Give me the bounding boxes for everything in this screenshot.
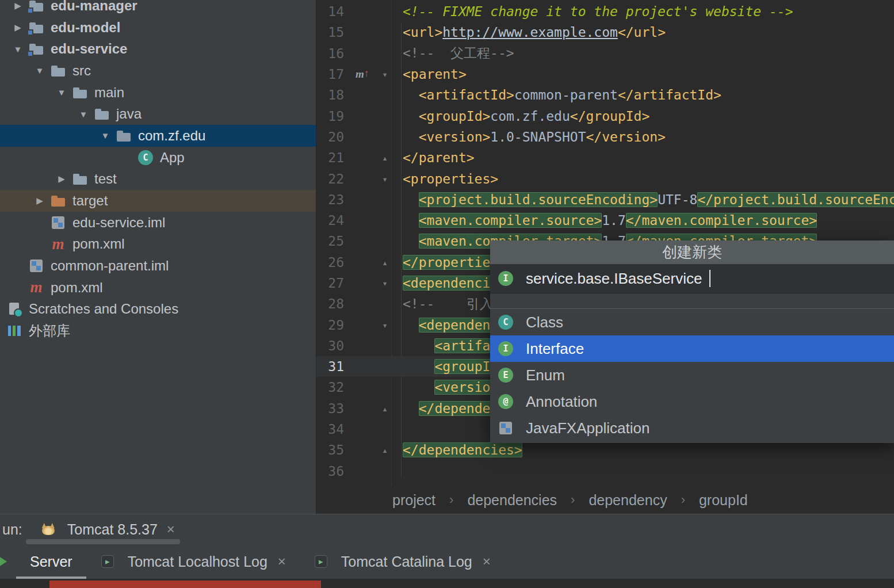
rerun-icon[interactable]: [0, 553, 7, 570]
tree-item-label: edu-service: [51, 41, 127, 57]
console-tab-server[interactable]: Server: [16, 544, 86, 579]
fold-end-icon[interactable]: ▴: [382, 152, 388, 163]
tree-item-pom-xml[interactable]: mpom.xml: [0, 234, 316, 255]
fold-start-icon[interactable]: ▾: [382, 69, 388, 80]
class-kind-list: CClassIInterfaceEEnum@AnnotationJavaFXAp…: [490, 309, 894, 441]
tree-item-java[interactable]: ▼java: [0, 103, 316, 125]
tree-item-label: edu-model: [51, 20, 120, 36]
tree-item-main[interactable]: ▼main: [0, 82, 316, 104]
breadcrumb-dependencies[interactable]: dependencies: [467, 492, 557, 509]
tree-item-scratches-and-consoles[interactable]: Scratches and Consoles: [0, 299, 316, 320]
tree-item-label: src: [72, 63, 91, 79]
editor-line-18[interactable]: 18 <artifactId>common-parent</artifactId…: [316, 85, 894, 105]
fold-start-icon[interactable]: ▾: [382, 173, 388, 184]
editor-line-24[interactable]: 24 <maven.compiler.source>1.7</maven.com…: [316, 210, 894, 231]
folder-icon: [94, 106, 109, 121]
code-text: <maven.compiler.source>1.7</maven.compil…: [391, 213, 817, 228]
kind-option-javafxapplication[interactable]: JavaFXApplication: [490, 415, 894, 441]
code-text: <url>http://www.example.com</url>: [391, 25, 666, 40]
code-text: <project.build.sourceEncoding>UTF-8</pro…: [391, 192, 894, 207]
run-header: un: Tomcat 8.5.37 ×: [0, 514, 894, 544]
fold-end-icon[interactable]: ▴: [382, 445, 388, 456]
chevron-expanded-icon[interactable]: ▼: [94, 131, 116, 140]
gutter: [351, 189, 391, 210]
scratches-icon: [7, 301, 22, 316]
kind-option-label: Class: [526, 314, 563, 331]
editor-line-15[interactable]: 15<url>http://www.example.com</url>: [316, 22, 894, 43]
chevron-collapsed-icon[interactable]: ▶: [7, 1, 29, 11]
console-tab-tomcat-catalina-log[interactable]: ▸Tomcat Catalina Log×: [300, 544, 505, 579]
chevron-expanded-icon[interactable]: ▼: [72, 109, 94, 119]
close-icon[interactable]: ×: [167, 521, 175, 537]
maven-override-icon[interactable]: m↑: [356, 68, 369, 81]
breadcrumb-dependency[interactable]: dependency: [589, 492, 667, 509]
chevron-collapsed-icon[interactable]: ▶: [29, 196, 51, 206]
editor-line-37[interactable]: 37: [316, 482, 894, 486]
tree-item-外部库[interactable]: 外部库: [0, 320, 316, 342]
editor-line-23[interactable]: 23 <project.build.sourceEncoding>UTF-8</…: [316, 189, 894, 210]
editor-line-21[interactable]: 21▴</parent>: [316, 147, 894, 168]
editor-line-14[interactable]: 14<!-- FIXME change it to the project's …: [316, 1, 894, 22]
editor-line-20[interactable]: 20 <version>1.0-SNAPSHOT</version>: [316, 127, 894, 147]
fold-end-icon[interactable]: ▴: [382, 403, 388, 414]
tree-item-edu-service[interactable]: ▼edu-service: [0, 38, 316, 60]
javafx-icon: [498, 421, 513, 436]
kind-option-interface[interactable]: IInterface: [490, 335, 894, 362]
console-tab-tomcat-localhost-log[interactable]: ▸Tomcat Localhost Log×: [86, 544, 300, 579]
line-number: 35: [316, 442, 351, 457]
tree-item-com-zf-edu[interactable]: ▼com.zf.edu: [0, 125, 316, 147]
line-number: 22: [316, 171, 351, 186]
fold-start-icon[interactable]: ▾: [382, 319, 388, 330]
kind-option-enum[interactable]: EEnum: [490, 362, 894, 388]
gutter: [351, 127, 391, 147]
chevron-collapsed-icon[interactable]: ▶: [7, 22, 29, 33]
editor-line-19[interactable]: 19 <groupId>com.zf.edu</groupId>: [316, 105, 894, 126]
chevron-collapsed-icon[interactable]: ▶: [51, 174, 72, 184]
red-progress-bar: [49, 581, 321, 588]
tree-item-edu-manager[interactable]: ▶edu-manager: [0, 0, 316, 17]
gutter: ▴: [351, 252, 391, 273]
breadcrumb-separator: ›: [681, 492, 685, 507]
line-number: 36: [316, 464, 351, 479]
module-icon: [29, 20, 44, 35]
line-number: 17: [316, 67, 351, 82]
run-config-tab-tomcat[interactable]: Tomcat 8.5.37 ×: [41, 521, 175, 538]
tree-item-app[interactable]: CApp: [0, 147, 316, 169]
tree-item-common-parent-iml[interactable]: common-parent.iml: [0, 255, 316, 277]
tree-item-test[interactable]: ▶test: [0, 169, 316, 190]
close-icon[interactable]: ×: [278, 553, 286, 570]
gutter: [351, 43, 391, 64]
close-icon[interactable]: ×: [483, 553, 491, 570]
tree-item-edu-service-iml[interactable]: edu-service.iml: [0, 212, 316, 234]
class-icon: C: [138, 150, 153, 165]
chevron-expanded-icon[interactable]: ▼: [29, 66, 51, 75]
editor-line-22[interactable]: 22▾<properties>: [316, 168, 894, 189]
run-label: un:: [2, 521, 22, 538]
editor-line-16[interactable]: 16<!-- 父工程-->: [316, 43, 894, 64]
iml-file-icon: [29, 258, 44, 273]
kind-option-class[interactable]: CClass: [490, 309, 894, 335]
class-name-input[interactable]: I service.base.IBaseService: [490, 264, 894, 293]
chevron-expanded-icon[interactable]: ▼: [51, 87, 72, 97]
kind-option-label: JavaFXApplication: [526, 419, 650, 437]
kind-option-label: Enum: [526, 366, 565, 384]
tree-item-target[interactable]: ▶target: [0, 190, 316, 212]
chevron-expanded-icon[interactable]: ▼: [7, 44, 29, 54]
tree-item-edu-model[interactable]: ▶edu-model: [0, 17, 316, 39]
tree-item-pom-xml[interactable]: mpom.xml: [0, 277, 316, 299]
console-tab-label: Tomcat Catalina Log: [341, 553, 472, 570]
gutter: [351, 356, 391, 377]
tree-item-label: pom.xml: [51, 280, 103, 296]
kind-option-annotation[interactable]: @Annotation: [490, 388, 894, 415]
fold-start-icon[interactable]: ▾: [382, 278, 388, 289]
breadcrumb-groupId[interactable]: groupId: [699, 492, 748, 509]
fold-end-icon[interactable]: ▴: [382, 257, 388, 268]
editor-line-17[interactable]: 17m↑▾<parent>: [316, 64, 894, 85]
tree-item-src[interactable]: ▼src: [0, 60, 316, 82]
code-text: <version>: [391, 380, 506, 395]
maven-icon: m: [51, 236, 66, 251]
editor-line-36[interactable]: 36: [316, 461, 894, 482]
breadcrumb-project[interactable]: project: [392, 492, 435, 509]
console-tabs: Server▸Tomcat Localhost Log×▸Tomcat Cata…: [16, 544, 505, 579]
line-number: 31: [316, 359, 351, 374]
